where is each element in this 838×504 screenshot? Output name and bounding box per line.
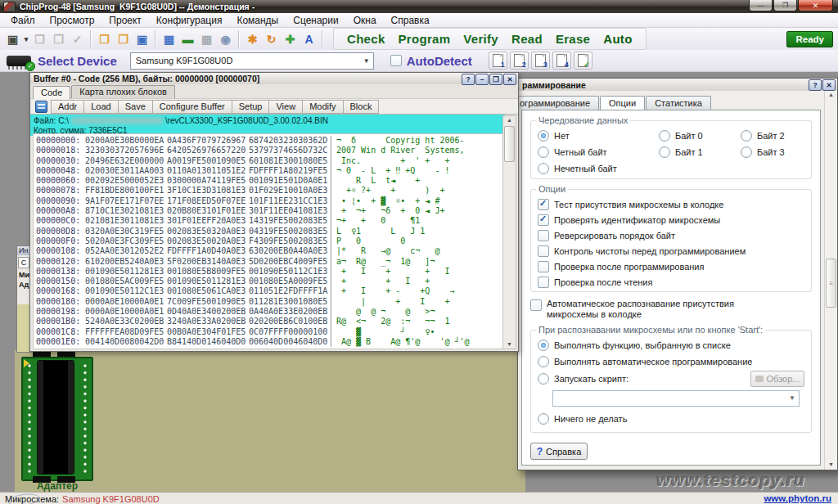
buffer-maximize-button[interactable]	[489, 74, 502, 85]
scroll-down-icon[interactable]: ▼	[507, 340, 512, 349]
quick-buffer-button-4[interactable]: 4	[552, 52, 571, 70]
buffer-toolbar-configure-buffer-button[interactable]: Configure Buffer	[153, 100, 232, 114]
tab-programming[interactable]: ограммирование	[511, 96, 599, 110]
hex-row[interactable]: 000000C0:021081E3011081E3301F01EEFF20A0E…	[36, 216, 502, 226]
device-combo[interactable]: Samsung K9F1G08U0D	[130, 52, 374, 70]
action-program-button[interactable]: Program	[392, 32, 457, 46]
action-read-button[interactable]: Read	[505, 32, 549, 46]
buffer-help-button[interactable]	[462, 74, 475, 85]
autodetect-toggle[interactable]: AutoDetect	[390, 54, 472, 68]
hex-row[interactable]: 000001B0:5240A0E33C0200EB3240A0E33A0200E…	[36, 317, 502, 326]
buffer-vscrollbar[interactable]: ▲ ▼	[502, 115, 516, 349]
memory-map-icon[interactable]: ▦	[197, 30, 216, 47]
close-button[interactable]	[798, 0, 833, 11]
hex-row[interactable]: 00000030:20496E632E000000A0019FE5001090E…	[36, 156, 502, 166]
scroll-up-icon[interactable]: ▲	[828, 91, 834, 99]
buffer-toolbar-load-button[interactable]: Load	[84, 100, 118, 114]
checkbox-option[interactable]: Тест присутствия микросхемы в колодке	[538, 196, 804, 212]
buffer-toolbar-save-button[interactable]: Save	[119, 100, 153, 114]
buffer-minimize-button[interactable]	[475, 74, 489, 85]
menu-item[interactable]: Проект	[101, 14, 149, 27]
buffer-toolbar-setup-button[interactable]: Setup	[232, 100, 270, 114]
script-editor-icon[interactable]: A	[300, 30, 318, 47]
auto-recognize-box[interactable]	[530, 299, 542, 311]
scroll-down-icon[interactable]: ▼	[828, 461, 834, 469]
menu-item[interactable]: Команды	[229, 14, 286, 27]
radio-Байт 3[interactable]: Байт 3	[741, 144, 785, 160]
browse-button[interactable]: Обзор...	[750, 371, 804, 387]
radio-Нечетный байт[interactable]: Нечетный байт	[538, 160, 659, 177]
hex-row[interactable]: 000000A8:8710C1E3021081E3020B80E3101F01E…	[36, 206, 502, 216]
programming-window-titlebar[interactable]: раммирование	[518, 79, 837, 91]
radio-run-script[interactable]: Запускать скрипт:	[538, 370, 628, 388]
menu-item[interactable]: Конфигурация	[149, 14, 230, 27]
hex-row[interactable]: 000000F0:5020A0E3FC309FE5002083E50020A0E…	[36, 236, 502, 246]
help-button[interactable]: ? Справка	[530, 443, 588, 460]
auto-programming-icon[interactable]: ↻	[262, 30, 281, 47]
checkbox-option[interactable]: Контроль чистоты перед программированием	[538, 243, 804, 259]
tab-bad-blocks-map[interactable]: Карта плохих блоков	[71, 85, 175, 98]
quick-buffer-button-1[interactable]: 1	[489, 52, 507, 70]
program-device-icon[interactable]: ❒	[49, 30, 68, 47]
buffer-view-icon[interactable]	[35, 101, 47, 113]
hex-row[interactable]: 000001E0:004140D0080042D0B84140D0146040D…	[36, 337, 502, 347]
add-buffer-icon[interactable]: ✚	[281, 30, 300, 47]
read-device-icon[interactable]: ❐	[30, 30, 49, 47]
programming-help-button[interactable]	[809, 79, 822, 91]
hex-row[interactable]: 00000138:001090E5011281E3001080E5B8009FE…	[36, 267, 502, 277]
radio-Четный байт[interactable]: Четный байт	[538, 144, 659, 160]
partial-window-tab[interactable]: C	[18, 257, 29, 268]
buffer-toolbar-modify-button[interactable]: Modify	[303, 100, 343, 114]
hex-row[interactable]: 00000000:0200A0E30B0000EA0A436F707972696…	[36, 136, 502, 146]
buffer-close-button[interactable]	[503, 74, 516, 85]
radio-Байт 1[interactable]: Байт 1	[659, 144, 741, 160]
radio-do-nothing[interactable]: Ничего не делать	[538, 411, 804, 427]
action-verify-button[interactable]: Verify	[457, 32, 505, 46]
hex-editor[interactable]: 00000000:0200A0E30B0000EA0A436F707972696…	[33, 133, 503, 349]
scroll-up-icon[interactable]: ▲	[507, 116, 512, 124]
search-icon[interactable]: ◉	[216, 30, 235, 47]
verify-device-icon[interactable]: ✓	[68, 30, 87, 47]
action-auto-button[interactable]: Auto	[597, 32, 638, 46]
buffer-window-titlebar[interactable]: Buffer #0 - Code (256 MB), байты: 000000…	[30, 73, 518, 84]
menu-item[interactable]: Справка	[384, 14, 437, 27]
hex-row[interactable]: 00000150:001080E5AC009FE5001090E5011281E…	[36, 277, 502, 286]
hex-row[interactable]: 00000078:FF81BDE800100FE13F10C1E3D31081E…	[36, 186, 502, 196]
radio-run-selected-function[interactable]: Выполнять функцию, выбранную в списке	[538, 337, 804, 353]
hex-row[interactable]: 00000120:610200EB5240A0E35F0200EB3140A0E…	[36, 257, 502, 267]
tab-code[interactable]: Code	[33, 86, 70, 99]
checkbox-option[interactable]: Реверсировать порядок байт	[538, 227, 804, 243]
script-combo[interactable]	[552, 390, 800, 407]
save-file-icon[interactable]: ▣	[133, 30, 151, 47]
hex-row[interactable]: 000000D8:0320A0E30C319FE5002083E50320A0E…	[36, 227, 502, 236]
quick-buffer-button-5[interactable]: ✓	[574, 52, 592, 70]
programming-close-button[interactable]	[822, 79, 836, 91]
autodetect-checkbox[interactable]	[390, 55, 402, 66]
programming-vscrollbar[interactable]: ▲ ▼	[824, 91, 837, 470]
radio-Байт 0[interactable]: Байт 0	[659, 128, 741, 144]
hex-row[interactable]: 00000060:002092E5000052E30300000A74119FE…	[36, 176, 502, 186]
menu-item[interactable]: Просмотр	[43, 14, 102, 27]
buffer-toolbar-block-button[interactable]: Block	[344, 100, 380, 114]
hex-row[interactable]: 00000108:052AA0E3012052E2FDFFFF1A0D40A0E…	[36, 246, 502, 256]
scroll-thumb[interactable]	[504, 126, 515, 162]
checkbox-option[interactable]: Проверка после чтения	[538, 274, 804, 290]
checkbox-option[interactable]: Проверка после программирования	[538, 259, 804, 274]
radio-Байт 2[interactable]: Байт 2	[741, 128, 785, 144]
select-device-icon[interactable]: ▣	[3, 30, 22, 47]
scroll-thumb[interactable]	[826, 259, 836, 308]
hex-row[interactable]: 00000168:001090E50112C1E3001080E5061CA0E…	[36, 286, 502, 296]
menu-item[interactable]: Окна	[346, 14, 384, 27]
device-panel-icon[interactable]: ▬	[178, 30, 197, 47]
hex-row[interactable]: 00000018:323030372057696E642052697665722…	[36, 146, 502, 155]
radio-run-auto-programming[interactable]: Выполнять автоматическое программировани…	[538, 353, 804, 370]
select-device-button[interactable]: Select Device	[38, 54, 117, 68]
hex-row[interactable]: 00000048:020030E3011AA0030110A013011051E…	[36, 166, 502, 176]
configure-grid-icon[interactable]: ✱	[243, 30, 262, 47]
auto-recognize-checkbox[interactable]: Автоматическое распознавание присутствия…	[530, 299, 812, 320]
buffer-dialog-icon[interactable]: ▦	[160, 30, 178, 47]
tab-statistics[interactable]: Статистика	[646, 96, 711, 110]
hex-row[interactable]: 00000180:0000A0E10000A0E17C009FE5001090E…	[36, 297, 502, 307]
open-file-icon[interactable]: ❐	[95, 30, 114, 47]
hex-row[interactable]: 00000090:9A1F07EE171F07EE171F08EED50F07E…	[36, 196, 502, 206]
